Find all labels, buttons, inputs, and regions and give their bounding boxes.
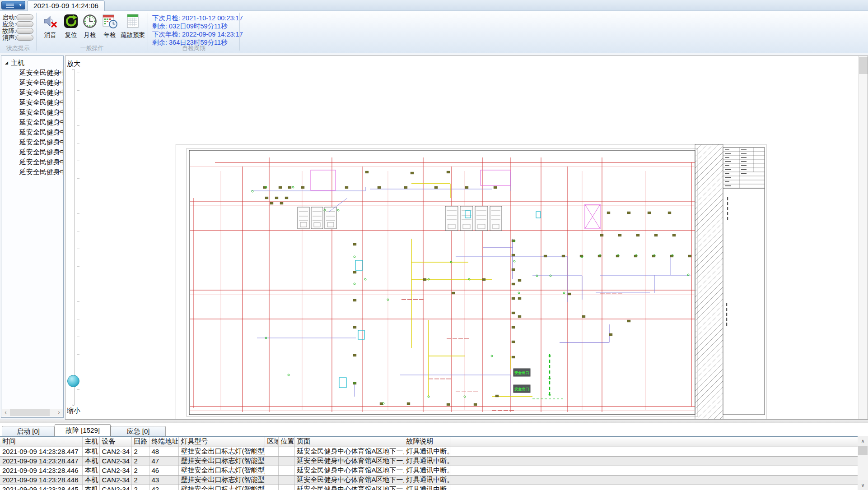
svg-text:安全出口: 安全出口 [514, 370, 529, 375]
next-annual-check: 下次年检: 2022-09-09 14:23:17 [152, 30, 243, 38]
tree-item[interactable]: 延安全民健身中心体育馆A区地下一层 [19, 69, 63, 79]
fault-cell: CAN2-34 [99, 456, 131, 466]
svg-text:安全出口: 安全出口 [514, 387, 529, 391]
slider-tick [77, 143, 79, 143]
monthly-check-button[interactable]: 月检 [79, 14, 100, 43]
zoom-slider-track[interactable] [72, 69, 75, 406]
column-header[interactable]: 回路 [131, 437, 149, 447]
fault-cell: 本机 [82, 475, 99, 485]
annual-check-calendar-icon [102, 14, 117, 29]
column-header[interactable]: 灯具型号 [178, 437, 265, 447]
tree-item[interactable]: 延安全民健身中心体育馆A区地下一层 [19, 138, 63, 148]
tab-fault-events[interactable]: 故障 [1529] [55, 424, 111, 436]
tab-emergency-events[interactable]: 应急 [0] [111, 426, 166, 436]
fault-cell [265, 456, 278, 466]
cad-floorplan: 安全出口 安全出口 [176, 144, 766, 420]
fault-cell: 2021-09-09 14:23:28.445 [0, 485, 82, 490]
mute-button[interactable]: 消音 [40, 14, 61, 43]
fault-cell: 2 [131, 466, 149, 475]
fault-cell: 47 [149, 456, 178, 466]
fault-cell: 延安全民健身中心体育馆A区地下一层 [294, 475, 404, 485]
column-header[interactable]: 终端地址 [149, 437, 178, 447]
fault-row[interactable]: 2021-09-09 14:23:28.446本机CAN2-34243壁挂安全出… [0, 475, 858, 485]
scroll-up-icon[interactable]: ∧ [858, 436, 868, 446]
tab-start-events[interactable]: 启动 [0] [2, 426, 55, 436]
fault-row[interactable]: 2021-09-09 14:23:28.447本机CAN2-34248壁挂安全出… [0, 447, 858, 456]
tree-item[interactable]: 延安全民健身中心体育馆A区地下一层 [19, 88, 63, 98]
slider-tick [77, 125, 79, 126]
tree-expand-icon[interactable]: ◢ [5, 60, 8, 65]
fault-cell [278, 485, 294, 490]
column-header[interactable]: 位置 [278, 437, 294, 447]
scroll-left-icon[interactable]: ‹ [2, 409, 9, 416]
column-header[interactable]: 页面 [294, 437, 404, 447]
fault-cell: 2021-09-09 14:23:28.447 [0, 456, 82, 466]
title-block [723, 148, 765, 415]
slider-tick [77, 90, 79, 91]
column-header[interactable]: 设备 [99, 437, 131, 447]
fault-row[interactable]: 2021-09-09 14:23:28.445本机CAN2-34242壁挂安全出… [0, 485, 858, 490]
sidebar-horizontal-scrollbar[interactable]: ‹ › [2, 409, 63, 416]
fault-cell: 延安全民健身中心体育馆A区地下一层 [294, 447, 404, 456]
tree-item[interactable]: 延安全民健身中心体育馆A区地下一层 [19, 148, 63, 158]
tree-item[interactable]: 延安全民健身中心体育馆A区地下一层 [19, 168, 63, 178]
fault-cell [451, 466, 858, 475]
slider-tick [77, 213, 79, 214]
annual-check-button[interactable]: 年检 [99, 14, 120, 43]
column-header[interactable]: 故障说明 [404, 437, 451, 447]
fault-cell: 灯具通讯中断。 [404, 485, 451, 490]
tree-item[interactable]: 延安全民健身中心体育馆A区地下一层 [19, 79, 63, 88]
tree-item[interactable]: 延安全民健身中心体育馆A区地下一层 [19, 118, 63, 128]
status-indicator-fault [16, 28, 33, 34]
fault-cell: 43 [149, 475, 178, 485]
scrollbar-thumb[interactable] [10, 409, 50, 416]
fault-cell: 本机 [82, 466, 99, 475]
fault-row[interactable]: 2021-09-09 14:23:28.447本机CAN2-34247壁挂安全出… [0, 456, 858, 466]
slider-tick [77, 372, 79, 372]
table-vertical-scrollbar[interactable]: ∧ ∨ [858, 436, 868, 490]
fault-cell: 46 [149, 466, 178, 475]
scroll-right-icon[interactable]: › [55, 409, 63, 416]
document-tab[interactable]: 2021-09-09 14:24:06 [27, 0, 105, 11]
fault-cell: 2 [131, 485, 149, 490]
fault-cell: 灯具通讯中断。 [404, 447, 451, 456]
fault-cell [265, 466, 278, 475]
reset-button[interactable]: 复位 [61, 14, 81, 43]
fault-cell: 本机 [82, 447, 99, 456]
next-monthly-check: 下次月检: 2021-10-12 00:23:17 [152, 14, 243, 22]
group-caption-selfcheck: 自检周期 [149, 44, 239, 51]
fault-cell [265, 447, 278, 456]
column-header[interactable]: 主机 [82, 437, 99, 447]
fault-cell [451, 485, 858, 490]
status-indicator-mute [16, 35, 33, 41]
column-header[interactable]: 区域 [265, 437, 278, 447]
status-label-emergency: 应急: [2, 21, 16, 28]
fault-table: 时间主机设备回路终端地址灯具型号区域位置页面故障说明 2021-09-09 14… [0, 437, 858, 490]
tree-root-host[interactable]: ◢主机 [5, 59, 24, 69]
fault-row[interactable]: 2021-09-09 14:23:28.446本机CAN2-34246壁挂安全出… [0, 466, 858, 475]
chevron-down-icon: ▼ [19, 3, 22, 7]
canvas-vertical-scrollbar[interactable] [858, 56, 868, 419]
tree-item[interactable]: 延安全民健身中心体育馆A区地下一层 [19, 158, 63, 168]
evacuation-plan-button[interactable]: 疏散预案 [119, 14, 146, 43]
column-header[interactable] [451, 437, 858, 447]
fault-cell: 壁挂安全出口标志灯(智能型) [178, 456, 265, 466]
tree-item[interactable]: 延安全民健身中心体育馆A区地下一层 [19, 108, 63, 118]
slider-tick [77, 108, 79, 108]
horizontal-splitter[interactable] [0, 420, 868, 423]
tree-item[interactable]: 延安全民健身中心体育馆A区地下一层 [19, 128, 63, 138]
scroll-down-icon[interactable]: ∨ [858, 480, 868, 490]
scrollbar-thumb[interactable] [859, 57, 868, 74]
status-label-mute: 消声: [2, 35, 16, 42]
floorplan-canvas[interactable]: 放大 缩小 安全出口 安全出口 [65, 55, 868, 420]
tree-item[interactable]: 延安全民健身中心体育馆A区地下一层 [19, 98, 63, 108]
reset-icon [63, 14, 79, 29]
group-caption-actions: 一般操作 [37, 44, 147, 51]
zoom-slider-knob[interactable] [67, 375, 79, 387]
app-menu-button[interactable]: ▼ [1, 1, 25, 9]
column-header[interactable]: 时间 [0, 437, 82, 447]
status-label-start: 启动: [2, 14, 16, 21]
fault-cell: 2021-09-09 14:23:28.446 [0, 475, 82, 485]
scrollbar-thumb[interactable] [858, 446, 868, 455]
fault-cell: 壁挂安全出口标志灯(智能型) [178, 475, 265, 485]
